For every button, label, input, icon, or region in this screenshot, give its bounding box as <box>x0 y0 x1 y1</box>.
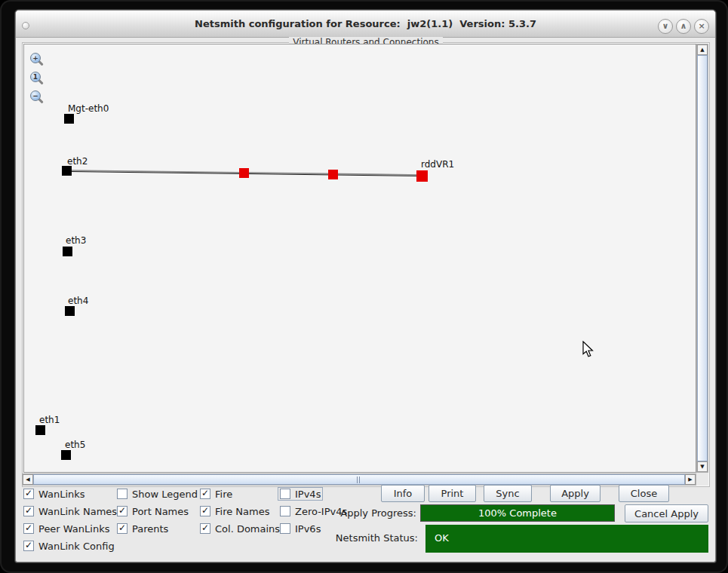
checkbox-box[interactable]: ✓ <box>117 506 127 516</box>
cancel-apply-button[interactable]: Cancel Apply <box>625 504 708 522</box>
checkbox-fire-names[interactable]: ✓Fire Names <box>198 505 271 517</box>
eth4-label: eth4 <box>68 296 88 306</box>
checkbox-fire[interactable]: ✓Fire <box>198 488 234 500</box>
netsmith-status-label: Netsmith Status: <box>303 532 418 544</box>
mgt-eth0-label: Mgt-eth0 <box>68 103 109 114</box>
checkbox-box[interactable]: ✓ <box>200 506 210 516</box>
eth5-node[interactable] <box>61 450 71 460</box>
scroll-up-button[interactable]: ▲ <box>697 44 708 55</box>
checkbox-box[interactable]: ✓ <box>23 489 34 499</box>
checkbox-parents[interactable]: ✓Parents <box>115 522 170 535</box>
checkbox-box[interactable] <box>280 489 290 499</box>
window-maximize-button[interactable]: ∧ <box>676 19 691 34</box>
window-shade-button[interactable]: ∨ <box>658 19 673 34</box>
scroll-down-button[interactable]: ▼ <box>697 461 708 472</box>
zoom-actual-icon: 1 <box>30 72 41 82</box>
screen-frame: Netsmith configuration for Resource: jw2… <box>0 0 728 573</box>
rddvr1-node[interactable] <box>416 170 428 182</box>
scrollbar-grip-icon <box>357 476 361 483</box>
checkbox-box[interactable] <box>117 489 127 499</box>
eth2-label: eth2 <box>67 156 88 167</box>
window-title: Netsmith configuration for Resource: jw2… <box>16 11 715 37</box>
connection-point-node[interactable] <box>328 170 338 179</box>
apply-progress-bar: 100% Complete <box>420 504 615 522</box>
checkbox-label: Fire Names <box>215 506 269 517</box>
checkbox-show-legend[interactable]: Show Legend <box>115 488 199 500</box>
info-button[interactable]: Info <box>381 485 425 502</box>
eth1-node[interactable] <box>35 425 45 435</box>
horizontal-scrollbar-thumb[interactable] <box>33 474 685 485</box>
eth1-label: eth1 <box>39 415 60 425</box>
mouse-cursor-icon <box>582 341 595 358</box>
eth3-label: eth3 <box>66 235 86 246</box>
checkbox-column-display: Show Legend✓Port Names✓Parents <box>115 488 199 540</box>
eth2-node[interactable] <box>62 166 72 176</box>
checkbox-column-wanlinks: ✓WanLinks✓WanLink Names✓Peer WanLinks✓Wa… <box>22 488 118 557</box>
checkbox-label: WanLink Names <box>38 506 117 517</box>
checkbox-box[interactable]: ✓ <box>200 523 210 534</box>
checkbox-peer-wanlinks[interactable]: ✓Peer WanLinks <box>22 522 111 535</box>
checkbox-label: WanLink Config <box>38 541 115 552</box>
eth5-label: eth5 <box>65 440 85 450</box>
checkbox-box[interactable]: ✓ <box>117 523 127 534</box>
mgt-eth0-node[interactable] <box>64 114 74 124</box>
zoom-in-icon: + <box>30 53 41 63</box>
vertical-scrollbar-thumb[interactable] <box>697 55 708 461</box>
window-close-button[interactable]: × <box>694 19 709 34</box>
vertical-scrollbar[interactable]: ▲ ▼ <box>696 44 708 473</box>
checkbox-col-domains[interactable]: ✓Col. Domains <box>198 522 281 535</box>
checkbox-label: IPv4s <box>295 489 321 500</box>
checkbox-port-names[interactable]: ✓Port Names <box>115 505 190 517</box>
apply-button[interactable]: Apply <box>550 485 601 502</box>
checkbox-box[interactable]: ✓ <box>23 541 34 551</box>
checkbox-label: Peer WanLinks <box>38 523 109 535</box>
checkbox-box[interactable]: ✓ <box>200 489 210 499</box>
apply-progress-label: Apply Progress: <box>303 507 416 519</box>
checkbox-label: Fire <box>215 489 232 500</box>
network-canvas[interactable]: Mgt-eth0eth2eth3eth4eth1eth5rddVR1 + 1 − <box>23 44 696 473</box>
checkbox-column-fire: ✓Fire✓Fire Names✓Col. Domains <box>198 488 281 540</box>
eth3-node[interactable] <box>63 247 72 256</box>
checkbox-box[interactable]: ✓ <box>23 523 34 534</box>
zoom-in-button[interactable]: + <box>30 53 47 69</box>
checkbox-wanlinks[interactable]: ✓WanLinks <box>22 488 87 500</box>
netsmith-window: Netsmith configuration for Resource: jw2… <box>15 10 716 562</box>
checkbox-wanlink-names[interactable]: ✓WanLink Names <box>22 505 118 517</box>
scroll-right-button[interactable]: ▶ <box>685 474 696 485</box>
checkbox-label: Port Names <box>132 506 189 517</box>
checkbox-box[interactable] <box>280 506 290 516</box>
scroll-left-button[interactable]: ◀ <box>23 474 33 485</box>
zoom-out-button[interactable]: − <box>30 90 47 107</box>
zoom-actual-button[interactable]: 1 <box>30 72 47 88</box>
checkbox-ipv4s[interactable]: IPv4s <box>278 488 322 500</box>
titlebar[interactable]: Netsmith configuration for Resource: jw2… <box>16 11 715 38</box>
checkbox-wanlink-config[interactable]: ✓WanLink Config <box>22 540 116 552</box>
netsmith-status-value: OK <box>425 525 708 553</box>
checkbox-label: Col. Domains <box>215 523 280 535</box>
print-button[interactable]: Print <box>429 485 476 502</box>
close-button[interactable]: Close <box>619 485 669 502</box>
checkbox-label: Parents <box>132 523 168 535</box>
checkbox-box[interactable] <box>280 523 290 534</box>
horizontal-scrollbar[interactable]: ◀ ▶ <box>22 473 696 486</box>
connection-point-node[interactable] <box>239 168 249 178</box>
checkbox-label: Show Legend <box>132 489 198 500</box>
checkbox-label: WanLinks <box>38 489 85 500</box>
sync-button[interactable]: Sync <box>484 485 532 502</box>
eth4-node[interactable] <box>65 306 75 316</box>
rddvr1-label: rddVR1 <box>421 159 454 170</box>
zoom-out-icon: − <box>30 90 41 101</box>
checkbox-box[interactable]: ✓ <box>23 506 34 516</box>
